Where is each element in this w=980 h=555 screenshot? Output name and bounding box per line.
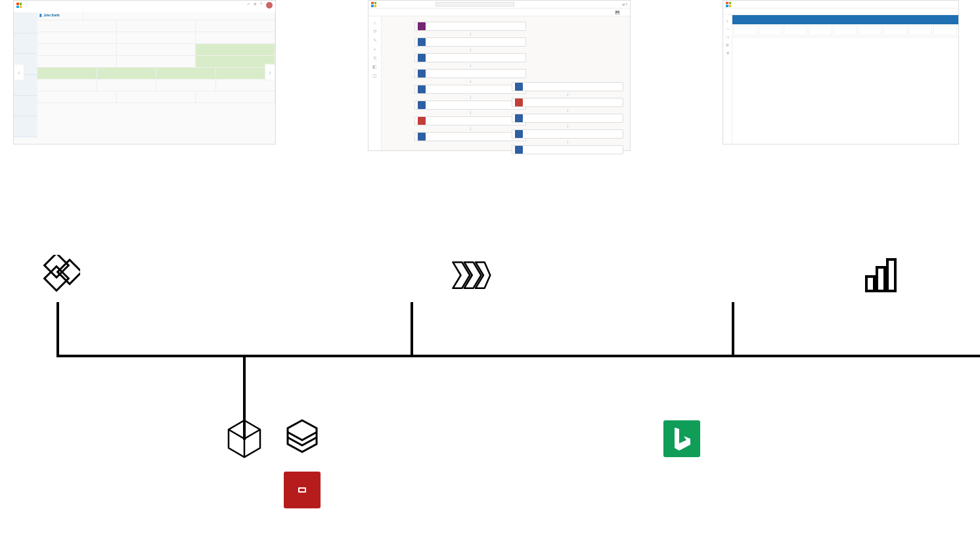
mid-pbi xyxy=(862,255,914,296)
flow-step xyxy=(414,116,526,125)
gateway-left-list xyxy=(284,418,335,508)
connector-line xyxy=(56,355,980,357)
obj-cell xyxy=(37,20,117,32)
pbi-screenshot: ≡☆◷▦◉ xyxy=(723,0,959,144)
pa-left-label xyxy=(14,96,37,117)
pri-cell xyxy=(196,56,275,67)
bing-icon xyxy=(663,420,700,457)
flow-step xyxy=(512,114,623,123)
gateway-cube-icon xyxy=(226,418,263,460)
flow-step xyxy=(414,85,526,94)
flows-icon xyxy=(451,255,491,296)
pri-cell xyxy=(196,44,275,55)
startup-cell xyxy=(97,79,157,91)
pa-left-label xyxy=(14,116,37,137)
pri-cell xyxy=(117,56,196,67)
lead-cell xyxy=(97,68,157,79)
bing-row xyxy=(663,420,715,457)
microsoft-logo-icon xyxy=(16,3,22,8)
cds-icon xyxy=(284,418,321,455)
eng-cell xyxy=(196,91,275,102)
pbi-report-title xyxy=(732,15,958,24)
flow-main-column: ↓ ↓ ↓ ↓ ↓ ↓ ↓ xyxy=(414,22,526,141)
flow-step xyxy=(512,82,623,91)
sql-icon xyxy=(284,472,321,508)
svg-rect-3 xyxy=(866,277,874,291)
powerapps-icon xyxy=(39,255,80,296)
startup-cell xyxy=(156,79,216,91)
pri-cell xyxy=(37,44,117,55)
flow-step xyxy=(414,100,526,110)
flow-branch-column: ↓ ↓ ↓ ↓ xyxy=(512,82,623,154)
flow-thumb-block: ⚙ ? 💾 ⌂⟳✎+⎘◧◫ ↓ ↓ ↓ ↓ xyxy=(368,0,631,155)
flow-searchbox xyxy=(435,2,514,7)
flow-step xyxy=(414,132,526,141)
eng-cell xyxy=(117,91,196,102)
lead-cell xyxy=(156,68,216,79)
microsoft-logo-icon xyxy=(371,2,376,7)
flow-screenshot: ⚙ ? 💾 ⌂⟳✎+⎘◧◫ ↓ ↓ ↓ ↓ xyxy=(368,0,631,151)
obj-cell xyxy=(196,32,275,43)
flow-step xyxy=(512,129,623,139)
connector-line xyxy=(411,302,413,355)
startup-cell xyxy=(37,79,97,91)
mid-flows xyxy=(451,255,503,296)
powerbi-icon xyxy=(862,255,902,296)
pri-cell xyxy=(117,44,196,55)
sql-row xyxy=(284,472,335,508)
obj-cell xyxy=(196,20,275,32)
flow-left-rail: ⌂⟳✎+⎘◧◫ xyxy=(368,16,382,150)
flow-step xyxy=(414,69,526,78)
chevron-right-icon: › xyxy=(265,64,275,81)
mission-tag xyxy=(83,12,275,20)
architecture-top-row: ⤢⚙? 👤 John Smith xyxy=(0,0,980,155)
connector-line xyxy=(732,302,734,355)
pa-left-label xyxy=(14,33,37,55)
flow-step xyxy=(512,98,623,107)
flow-step xyxy=(414,37,526,47)
flow-step xyxy=(414,53,526,62)
obj-cell xyxy=(117,32,196,43)
powerapps-thumb-block: ⤢⚙? 👤 John Smith xyxy=(13,0,276,152)
pa-left-label xyxy=(14,12,37,33)
pbi-filter-row xyxy=(732,24,958,37)
obj-cell xyxy=(37,32,117,43)
mid-icon-row xyxy=(0,255,980,296)
eng-cell xyxy=(37,91,117,102)
pbi-left-rail: ≡☆◷▦◉ xyxy=(723,15,732,144)
microsoft-logo-icon xyxy=(726,2,731,7)
connector-line xyxy=(56,302,59,355)
svg-rect-5 xyxy=(887,259,895,291)
pbi-thumb-block: ≡☆◷▦◉ xyxy=(723,0,959,148)
flow-step xyxy=(512,145,623,154)
powerapps-screenshot: ⤢⚙? 👤 John Smith xyxy=(13,0,276,144)
flow-step xyxy=(414,22,526,31)
startup-cell xyxy=(216,79,276,91)
svg-rect-4 xyxy=(877,267,885,291)
chevron-left-icon: ‹ xyxy=(14,64,24,81)
pri-cell xyxy=(37,56,117,67)
lead-cell xyxy=(37,68,97,79)
cds-row xyxy=(284,418,335,455)
mid-powerapps xyxy=(39,255,92,296)
obj-cell xyxy=(117,20,196,32)
